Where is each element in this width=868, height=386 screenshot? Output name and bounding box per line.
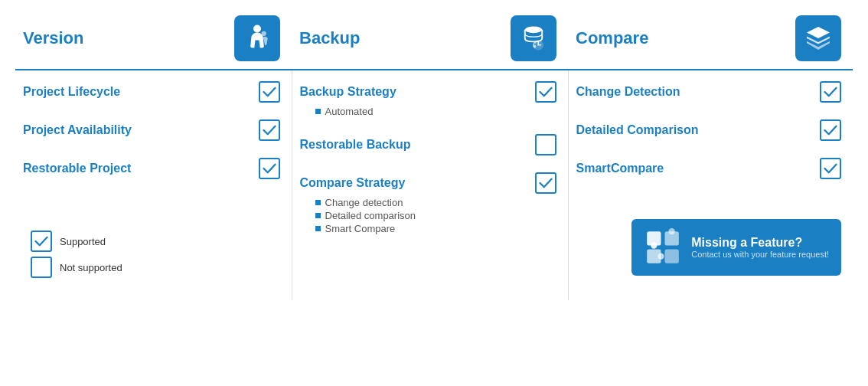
compare-strategy-sublabel-0: Change detection <box>315 197 556 208</box>
figure-svg <box>242 23 272 54</box>
project-availability-checkbox <box>259 119 280 141</box>
detailed-comparison-row: Detailed Comparison <box>576 119 841 141</box>
version-feature-0: Project Lifecycle <box>23 81 280 103</box>
bullet-1 <box>315 200 321 205</box>
svg-point-11 <box>658 254 664 260</box>
svg-rect-14 <box>665 250 679 263</box>
restorable-backup-label: Restorable Backup <box>300 138 411 152</box>
compare-strategy-sublabel-2: Smart Compare <box>315 223 556 234</box>
version-feature-1: Project Availability <box>23 119 280 141</box>
restorable-project-checkbox <box>259 158 280 179</box>
svg-marker-5 <box>807 27 830 38</box>
main-table: Version Backup <box>15 8 853 300</box>
project-availability-row: Project Availability <box>23 119 280 141</box>
missing-feature-title: Missing a Feature? <box>691 236 829 250</box>
restorable-project-row: Restorable Project <box>23 158 280 179</box>
svg-point-9 <box>651 242 657 248</box>
bullet-3 <box>315 226 321 231</box>
backup-header: Backup <box>292 8 568 70</box>
smart-compare-label: SmartCompare <box>576 162 664 175</box>
compare-strategy-row: Compare Strategy <box>300 172 556 194</box>
backup-feature-0: Backup Strategy Automated <box>300 81 556 117</box>
project-availability-label: Project Availability <box>23 123 132 137</box>
backup-title: Backup <box>299 28 360 48</box>
legend-area: Supported Not supported <box>23 219 280 290</box>
backup-strategy-checkbox <box>535 81 556 103</box>
compare-header: Compare <box>568 8 853 70</box>
compare-strategy-sublabel-1: Detailed comparison <box>315 210 556 221</box>
version-feature-2: Restorable Project <box>23 158 280 179</box>
svg-point-13 <box>669 228 675 234</box>
backup-feature-1: Restorable Backup <box>300 134 556 155</box>
legend-not-supported-label: Not supported <box>60 262 122 273</box>
detailed-comparison-label: Detailed Comparison <box>576 123 699 137</box>
legend-supported: Supported <box>31 231 272 252</box>
change-detection-row: Change Detection <box>576 81 841 103</box>
compare-strategy-label: Compare Strategy <box>300 176 406 190</box>
smart-compare-checkbox <box>820 158 841 179</box>
smart-compare-row: SmartCompare <box>576 158 841 179</box>
compare-feature-0: Change Detection <box>576 81 841 103</box>
change-detection-checkbox <box>820 81 841 103</box>
backup-features-cell: Backup Strategy Automated Restorable Bac… <box>292 70 568 300</box>
version-features-cell: Project Lifecycle Project Availability <box>15 70 292 300</box>
missing-feature-banner[interactable]: Missing a Feature? Contact us with your … <box>631 219 841 276</box>
bullet-2 <box>315 213 321 218</box>
legend-supported-checkbox <box>31 231 52 252</box>
backup-strategy-sublabel-0: Automated <box>315 106 556 117</box>
version-icon <box>234 15 280 61</box>
compare-feature-2: SmartCompare <box>576 158 841 179</box>
project-lifecycle-label: Project Lifecycle <box>23 85 120 99</box>
restorable-project-label: Restorable Project <box>23 162 131 175</box>
compare-feature-1: Detailed Comparison <box>576 119 841 141</box>
svg-point-2 <box>525 26 543 33</box>
version-title: Version <box>23 28 83 48</box>
restorable-backup-row: Restorable Backup <box>300 134 556 155</box>
legend-supported-label: Supported <box>60 236 106 247</box>
svg-point-1 <box>262 31 266 36</box>
bullet-0 <box>315 109 321 114</box>
project-lifecycle-checkbox <box>259 81 280 103</box>
project-lifecycle-row: Project Lifecycle <box>23 81 280 103</box>
compare-strategy-checkbox <box>535 172 556 194</box>
detailed-comparison-checkbox <box>820 119 841 141</box>
missing-feature-container: Missing a Feature? Contact us with your … <box>576 211 841 283</box>
version-header: Version <box>15 8 292 70</box>
restorable-backup-checkbox <box>535 134 556 155</box>
database-svg <box>518 23 549 54</box>
legend-not-supported: Not supported <box>31 257 272 278</box>
puzzle-icon <box>644 228 682 267</box>
missing-feature-text: Missing a Feature? Contact us with your … <box>691 236 829 259</box>
compare-features-cell: Change Detection Detailed Comparison <box>568 70 853 300</box>
backup-strategy-row: Backup Strategy <box>300 81 556 103</box>
change-detection-label: Change Detection <box>576 85 680 99</box>
svg-point-0 <box>253 25 261 33</box>
backup-feature-2: Compare Strategy Change detection Detail… <box>300 172 556 234</box>
backup-icon <box>511 15 556 61</box>
compare-title: Compare <box>576 28 648 48</box>
backup-strategy-label: Backup Strategy <box>300 85 396 99</box>
legend-not-supported-checkbox <box>31 257 52 278</box>
compare-icon <box>795 15 841 61</box>
missing-feature-subtitle: Contact us with your feature request! <box>691 250 829 259</box>
layers-svg <box>803 23 834 54</box>
